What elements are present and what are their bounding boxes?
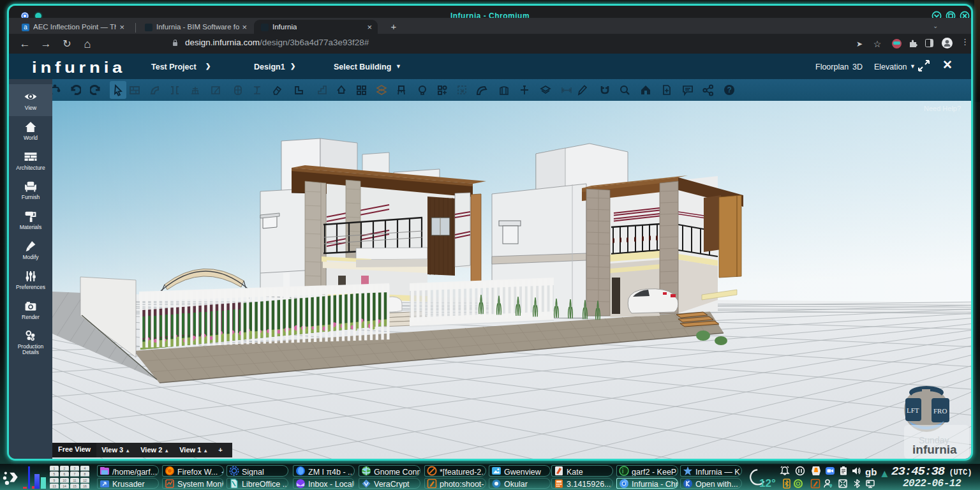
svg-text:LFT: LFT [907,406,919,414]
svg-text:infurnia: infurnia [912,443,957,456]
svg-text:?: ? [727,85,732,94]
svg-text:FRO: FRO [933,407,947,415]
svg-text:Need Help?: Need Help? [924,105,961,112]
svg-text:i: i [622,468,623,475]
